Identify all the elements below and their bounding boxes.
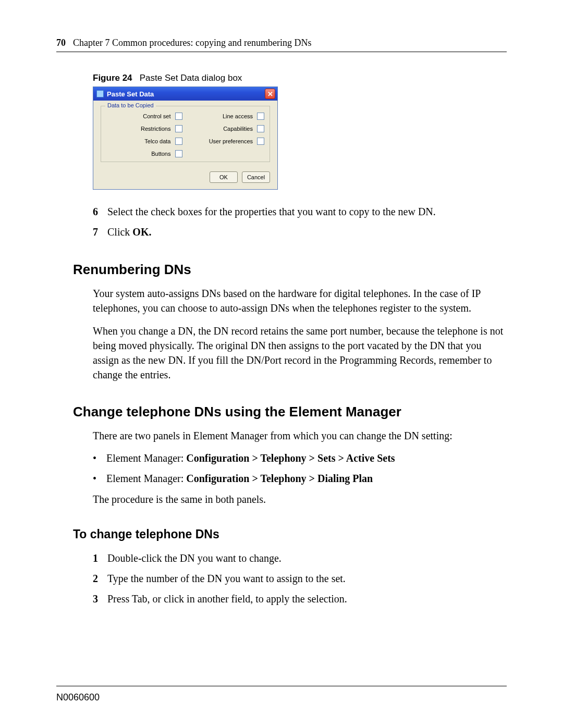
checkbox-label: Buttons — [151, 151, 170, 157]
step-text: Select the check boxes for the propertie… — [107, 204, 436, 219]
checkbox-user-preferences[interactable]: User preferences — [189, 138, 265, 145]
checkbox-control-set[interactable]: Control set — [106, 113, 182, 120]
dialog-title: Paste Set Data — [107, 90, 154, 98]
checkbox-icon — [257, 138, 264, 145]
checkbox-restrictions[interactable]: Restrictions — [106, 125, 182, 132]
step-number: 3 — [93, 591, 107, 607]
bullet-icon: • — [93, 451, 106, 465]
checkbox-icon — [257, 113, 264, 120]
bullet-text: Element Manager: Configuration > Telepho… — [106, 451, 395, 465]
cancel-button[interactable]: Cancel — [242, 171, 270, 183]
bullet-text: Element Manager: Configuration > Telepho… — [106, 472, 373, 486]
step-text: Type the number of the DN you want to as… — [107, 571, 346, 586]
step-text: Press Tab, or click in another field, to… — [107, 591, 347, 607]
data-to-be-copied-group: Data to be Copied Control set Line acces… — [101, 106, 270, 162]
step-text: Double-click the DN you want to change. — [107, 551, 282, 566]
page-number: 70 — [56, 38, 66, 48]
bullet-icon: • — [93, 472, 106, 486]
step-number: 6 — [93, 204, 107, 219]
close-button[interactable]: ✕ — [265, 89, 275, 99]
paragraph: The procedure is the same in both panels… — [93, 492, 507, 507]
checkbox-icon — [257, 125, 264, 132]
checkbox-buttons[interactable]: Buttons — [106, 150, 182, 157]
checkbox-line-access[interactable]: Line access — [189, 113, 265, 120]
checkbox-icon — [175, 150, 182, 157]
close-icon: ✕ — [267, 91, 273, 97]
step-number: 7 — [93, 225, 107, 240]
step-number: 2 — [93, 571, 107, 586]
step-number: 1 — [93, 551, 107, 566]
checkbox-label: Capabilities — [223, 126, 253, 132]
checkbox-telco-data[interactable]: Telco data — [106, 138, 182, 145]
dialog-titlebar: Paste Set Data ✕ — [93, 87, 277, 101]
paragraph: When you change a DN, the DN record reta… — [93, 324, 507, 382]
figure-label: Figure 24 — [93, 73, 132, 83]
checkbox-capabilities[interactable]: Capabilities — [189, 125, 265, 132]
app-icon — [96, 90, 104, 97]
chapter-title: Chapter 7 Common procedures: copying and… — [73, 38, 311, 48]
paragraph: Your system auto-assigns DNs based on th… — [93, 286, 507, 315]
figure-caption-text: Paste Set Data dialog box — [140, 73, 242, 83]
ok-button[interactable]: OK — [210, 171, 238, 183]
groupbox-title: Data to be Copied — [105, 102, 156, 108]
checkbox-label: Line access — [223, 113, 253, 119]
checkbox-label: Restrictions — [141, 126, 170, 132]
step-text: Click OK. — [107, 225, 151, 240]
footer-rule — [56, 686, 507, 686]
checkbox-icon — [175, 125, 182, 132]
paste-set-data-dialog: Paste Set Data ✕ Data to be Copied Contr… — [93, 87, 278, 190]
heading-to-change-telephone-dns: To change telephone DNs — [73, 527, 507, 541]
checkbox-label: Control set — [143, 113, 170, 119]
figure-caption: Figure 24 Paste Set Data dialog box — [93, 73, 507, 83]
document-id: N0060600 — [56, 692, 100, 703]
checkbox-icon — [175, 113, 182, 120]
paragraph: There are two panels in Element Manager … — [93, 428, 507, 443]
checkbox-icon — [175, 138, 182, 145]
checkbox-label: User preferences — [209, 138, 253, 144]
heading-renumbering-dns: Renumbering DNs — [73, 262, 507, 278]
checkbox-label: Telco data — [144, 138, 170, 144]
header-rule — [56, 52, 507, 52]
heading-change-telephone-dns: Change telephone DNs using the Element M… — [73, 404, 507, 420]
